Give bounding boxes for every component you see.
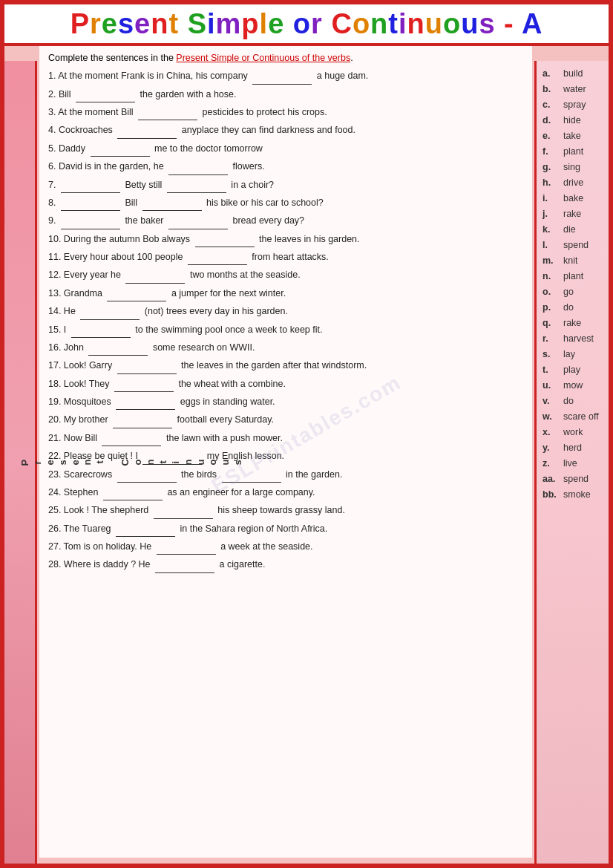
answer-label: e. — [542, 131, 563, 141]
answer-item: s. lay — [540, 347, 606, 363]
blank — [91, 142, 150, 157]
answer-label: v. — [542, 396, 563, 406]
blank — [157, 540, 216, 555]
answer-label: g. — [542, 162, 563, 172]
answer-label: bb. — [542, 489, 563, 500]
blank — [102, 431, 161, 446]
answer-item: a. build — [540, 67, 606, 82]
answer-word: die — [563, 224, 576, 235]
answer-label: p. — [542, 302, 563, 313]
answer-item: aa. spend — [540, 472, 606, 488]
main-content: Complete the sentences in the Present Si… — [39, 46, 532, 858]
blank — [168, 160, 228, 174]
answer-word: smoke — [563, 489, 591, 500]
blank — [138, 105, 197, 120]
instruction-prefix: Complete the sentences in the — [48, 53, 176, 63]
answer-word: mow — [563, 380, 583, 391]
blank — [80, 304, 140, 319]
answer-word: live — [563, 458, 577, 469]
answer-label: l. — [542, 240, 563, 250]
answer-word: work — [563, 427, 583, 437]
answer-word: bake — [563, 193, 583, 203]
sentence-item: 13. Grandma a jumper for the next winter… — [48, 287, 523, 301]
sentence-item: 1. At the moment Frank is in China, his … — [48, 69, 523, 84]
answer-label: h. — [542, 177, 563, 188]
answer-item: o. go — [540, 285, 606, 301]
answer-item: i. bake — [540, 192, 606, 207]
answer-word: sing — [563, 162, 580, 172]
answer-word: spend — [563, 474, 589, 484]
instruction-link: Present Simple or Continuous of the verb… — [176, 53, 350, 63]
sentence-item: 6. David is in the garden, he flowers. — [48, 160, 523, 174]
sentence-item: 14. He (not) trees every day in his gard… — [48, 304, 523, 319]
sentence-item: 16. John some research on WWII. — [48, 341, 523, 356]
answer-word: hide — [563, 115, 581, 125]
answer-item: l. spend — [540, 238, 606, 254]
blank — [154, 503, 213, 518]
answer-word: go — [563, 287, 574, 297]
sentence-item: 19. Mosquitoes eggs in standing water. — [48, 395, 523, 410]
blank — [252, 69, 312, 84]
answer-label: z. — [542, 458, 563, 469]
sentence-item: 21. Now Bill the lawn with a push mower. — [48, 431, 523, 446]
answer-item: g. sing — [540, 160, 606, 176]
blank — [61, 178, 120, 193]
answer-label: b. — [542, 84, 563, 94]
answer-label: m. — [542, 255, 563, 266]
answer-item: u. mow — [540, 379, 606, 394]
answer-word: knit — [563, 255, 577, 266]
blank — [103, 486, 163, 500]
answer-word: play — [563, 365, 580, 375]
answer-item: q. rake — [540, 316, 606, 332]
blank — [222, 468, 281, 483]
answer-label: y. — [542, 443, 563, 453]
sentence-item: 15. I to the swimming pool once a week t… — [48, 323, 523, 338]
sentence-item: 7. Betty still in a choir? — [48, 178, 523, 193]
sidebar-text: Present Simple or Present Continuous — [0, 457, 246, 467]
answer-label: u. — [542, 380, 563, 391]
blank — [61, 214, 120, 229]
sentence-item: 18. Look! They the wheat with a combine. — [48, 377, 523, 392]
blank — [71, 323, 131, 338]
sentence-item: 27. Tom is on holiday. He a week at the … — [48, 540, 523, 555]
answer-word: harvest — [563, 333, 594, 344]
title-bar: Present Simple or Continuous - A — [4, 4, 609, 46]
answer-label: k. — [542, 224, 563, 235]
answer-label: t. — [542, 365, 563, 375]
sentence-list: 1. At the moment Frank is in China, his … — [48, 69, 523, 573]
answer-item: d. hide — [540, 114, 606, 129]
sentence-item: 5. Daddy me to the doctor tomorrow — [48, 142, 523, 157]
sentence-item: 3. At the moment Bill pesticides to prot… — [48, 105, 523, 120]
blank — [125, 268, 185, 283]
answer-word: build — [563, 68, 583, 79]
answer-label: i. — [542, 193, 563, 203]
answer-item: h. drive — [540, 176, 606, 192]
answer-label: a. — [542, 68, 563, 79]
sentence-item: 10. During the autumn Bob always the lea… — [48, 232, 523, 247]
sentence-item: 23. Scarecrows the birds in the garden. — [48, 468, 523, 483]
blank — [76, 88, 135, 102]
answer-item: c. spray — [540, 98, 606, 114]
answer-item: bb. smoke — [540, 488, 606, 503]
blank — [117, 359, 177, 373]
sentence-item: 28. Where is daddy ? He a cigarette. — [48, 558, 523, 572]
blank — [107, 287, 166, 301]
answer-item: e. take — [540, 129, 606, 145]
answer-label: j. — [542, 209, 563, 219]
answer-word: plant — [563, 146, 583, 157]
blank — [114, 377, 174, 392]
answer-label: r. — [542, 333, 563, 344]
answer-item: z. live — [540, 457, 606, 472]
sentence-item: 26. The Tuareg in the Sahara region of N… — [48, 522, 523, 537]
blank — [88, 341, 148, 356]
answer-word: scare off — [563, 411, 599, 422]
sentence-item: 11. Every hour about 100 people from hea… — [48, 250, 523, 265]
instruction: Complete the sentences in the Present Si… — [48, 52, 523, 65]
blank — [168, 214, 228, 229]
blank — [195, 232, 255, 247]
blank — [155, 558, 214, 572]
sentence-item: 12. Every year he two months at the seas… — [48, 268, 523, 283]
answer-word: do — [563, 396, 574, 406]
answer-item: k. die — [540, 223, 606, 238]
answer-label: aa. — [542, 474, 563, 484]
